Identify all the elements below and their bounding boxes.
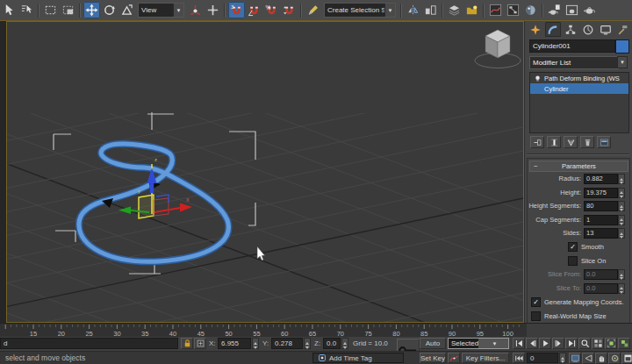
dropdown-arrow-icon[interactable]: ▼	[478, 339, 508, 348]
parameters-rollout-header[interactable]: − Parameters	[529, 161, 628, 172]
select-and-manipulate[interactable]	[205, 2, 221, 18]
select-and-move[interactable]	[83, 2, 100, 18]
material-editor[interactable]	[522, 2, 539, 18]
smooth-checkbox[interactable]: ✓	[568, 242, 578, 252]
z-coord-field[interactable]: 0.0	[323, 338, 341, 349]
show-end-result[interactable]	[547, 136, 561, 148]
zoom[interactable]	[578, 338, 591, 349]
set-key-button[interactable]: Set Key	[420, 353, 446, 363]
key-filters-button[interactable]: Key Filters...	[462, 353, 509, 363]
curve-editor[interactable]	[487, 2, 504, 18]
parameter-spinner[interactable]	[618, 269, 625, 280]
spinner-snap-toggle[interactable]	[281, 2, 298, 18]
select-by-name[interactable]	[18, 2, 35, 18]
parameter-value-field[interactable]: 80	[584, 201, 618, 211]
modifier-list-arrow-icon[interactable]: ▼	[617, 56, 628, 68]
tab-create[interactable]	[528, 22, 543, 37]
parameter-value-field[interactable]: 0.0	[584, 269, 618, 280]
y-coord-field[interactable]: 0.278	[271, 338, 303, 349]
schematic-view[interactable]	[505, 2, 521, 18]
toggle-scene-explorer[interactable]	[463, 2, 480, 18]
pin-stack[interactable]	[530, 136, 544, 148]
go-to-start[interactable]	[513, 338, 525, 349]
make-unique[interactable]	[564, 136, 578, 148]
edit-named-selection-sets[interactable]	[305, 2, 321, 18]
auto-key-button[interactable]: Auto Key	[420, 338, 446, 349]
viewport-canvas[interactable]: x y z	[7, 22, 523, 322]
reference-coordinate-dropdown[interactable]: View▼	[138, 3, 184, 18]
rectangular-selection-region[interactable]	[42, 2, 59, 18]
new-key-default-in-out-tangents[interactable]	[448, 353, 460, 363]
select-and-rotate[interactable]	[101, 2, 118, 18]
modifier-stack-item[interactable]: Cylinder	[530, 83, 628, 94]
window-crossing-toggle[interactable]	[60, 2, 76, 18]
maximize-viewport-toggle[interactable]	[621, 353, 632, 364]
perspective-viewport[interactable]: x y z	[6, 21, 524, 323]
y-coord-spinner[interactable]	[304, 338, 311, 349]
viewcube[interactable]	[475, 30, 521, 68]
selection-lock-toggle[interactable]	[181, 338, 193, 349]
render-setup[interactable]	[546, 2, 563, 18]
parameter-spinner[interactable]	[618, 174, 625, 184]
gizmo-y-arrow[interactable]	[118, 207, 131, 215]
key-mode-toggle[interactable]	[513, 353, 525, 363]
mirror[interactable]	[405, 2, 421, 18]
parameter-spinner[interactable]	[618, 228, 625, 239]
configure-modifier-sets[interactable]	[597, 136, 611, 148]
parameter-spinner[interactable]	[618, 283, 625, 294]
align[interactable]	[422, 2, 439, 18]
zoom-extents[interactable]	[605, 338, 617, 349]
remove-modifier[interactable]	[580, 136, 594, 148]
play-animation[interactable]	[539, 338, 551, 349]
modifier-stack-item[interactable]: Path Deform Binding (WS	[530, 73, 628, 83]
current-frame-field[interactable]: 0	[527, 353, 558, 363]
rendered-frame-window[interactable]	[564, 2, 580, 18]
select-and-scale[interactable]	[118, 2, 135, 18]
parameter-spinner[interactable]	[618, 201, 625, 211]
gizmo-x-arrow[interactable]	[180, 203, 192, 212]
zoom-all[interactable]	[592, 338, 604, 349]
slice-on-checkbox[interactable]	[568, 256, 578, 266]
tab-hierarchy[interactable]	[563, 22, 578, 37]
select-object[interactable]	[1, 2, 18, 18]
go-to-end[interactable]	[565, 338, 578, 349]
next-frame[interactable]	[552, 338, 564, 349]
track-bar[interactable]: 1520253035404550556065707580859095100	[0, 323, 527, 337]
tab-motion[interactable]	[580, 22, 596, 37]
object-color-swatch[interactable]	[615, 39, 629, 54]
time-tag-field[interactable]: Add Time Tag	[312, 353, 404, 363]
field-of-view[interactable]	[582, 353, 594, 364]
orbit-viewport[interactable]	[608, 353, 621, 364]
named-selection-sets-dropdown[interactable]: Create Selection Se▼	[324, 3, 396, 18]
layer-manager[interactable]	[446, 2, 463, 18]
parameter-value-field[interactable]: 1	[584, 215, 618, 225]
parameter-spinner[interactable]	[618, 188, 625, 198]
parameter-value-field[interactable]: 0.882	[584, 174, 618, 184]
modifier-stack[interactable]: Path Deform Binding (WSCylinder	[529, 72, 629, 133]
pan-zoom-2d[interactable]	[569, 353, 581, 364]
z-coord-spinner[interactable]	[341, 338, 348, 349]
tab-display[interactable]	[598, 22, 614, 37]
dropdown-arrow-icon[interactable]: ▼	[173, 4, 183, 17]
real-world-checkbox[interactable]	[531, 311, 541, 321]
parameter-spinner[interactable]	[618, 215, 625, 225]
previous-frame[interactable]	[526, 338, 538, 349]
use-pivot-point-center[interactable]	[187, 2, 204, 18]
parameter-value-field[interactable]: 19.375	[584, 188, 618, 198]
render-production[interactable]	[581, 2, 598, 18]
bulb-icon[interactable]	[534, 75, 542, 82]
current-frame-spinner[interactable]	[559, 353, 566, 363]
dropdown-arrow-icon[interactable]: ▼	[384, 4, 395, 17]
parameter-value-field[interactable]: 0.0	[584, 283, 618, 294]
angle-snap-toggle[interactable]	[246, 2, 262, 18]
object-name-field[interactable]: Cylinder001	[529, 39, 615, 53]
percent-snap-toggle[interactable]	[263, 2, 280, 18]
pan-view[interactable]	[595, 353, 607, 364]
parameter-value-field[interactable]: 13	[584, 228, 618, 239]
zoom-extents-all[interactable]	[618, 338, 630, 349]
modifier-list-dropdown[interactable]: Modifier List	[529, 56, 619, 69]
x-coord-spinner[interactable]	[252, 338, 259, 349]
tab-utilities[interactable]	[615, 22, 631, 37]
snaps-toggle[interactable]	[228, 2, 245, 18]
absolute-mode-toggle[interactable]	[194, 338, 206, 349]
